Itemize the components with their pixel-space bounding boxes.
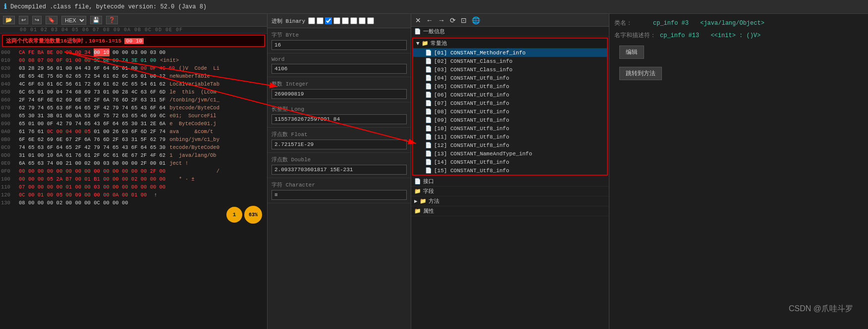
row-addr: 110 [1,183,19,191]
toolbar-back-btn[interactable]: ↩ [19,16,28,24]
goto-method-button[interactable]: 跳转到方法 [619,67,662,80]
tree-section-fields[interactable]: 📁 字段 [411,187,609,196]
binary-cb-5[interactable] [342,17,349,24]
row-ascii: / [165,167,219,175]
tree-item-09[interactable]: 📄 [09] CONSTANT_Utf8_info [413,116,607,124]
tree-item-14[interactable]: 📄 [14] CONSTANT_Utf8_info [413,158,607,166]
row-bytes: 00 08 07 00 0F 01 00 00 [19,56,94,64]
hex-bytes-header: 00 01 02 03 04 05 06 07 08 09 0A 0B 0C 0… [20,27,201,33]
converter-binary-header: 进制 Binary [268,14,411,28]
tree-content[interactable]: 📄 一般信息 ▼ 📁 常量池 📄 [01] CONSTANT_Methodref… [411,27,609,329]
tree-section-constant-pool[interactable]: ▼ 📁 常量池 [413,39,607,48]
row-ascii: ava &com/t [165,128,213,136]
row-addr: 080 [1,112,19,120]
row-ascii: bytecode/ByteCod [165,104,219,112]
toolbar-bookmark-btn[interactable]: 🔖 [46,16,57,24]
row-bytes-red: 00 0F 4C 69 [141,64,175,72]
row-addr: 0E0 [1,159,19,167]
tree-item-12[interactable]: 📄 [12] CONSTANT_Utf8_info [413,141,607,149]
row-bytes: 03 28 29 56 01 00 04 43 6F 64 65 01 00 [19,64,141,72]
binary-cb-7[interactable] [359,17,366,24]
table-row: 090 65 01 00 0F 42 79 74 65 43 6F 64 65 … [1,120,266,128]
tree-item-04[interactable]: 📄 [04] CONSTANT_Utf8_info [413,74,607,82]
converter-panel: 进制 Binary 字节 BYte Word 整数 Integer [268,14,411,329]
tree-item-07[interactable]: 📄 [07] CONSTANT_Utf8_info [413,99,607,107]
toolbar-forward-btn[interactable]: ↪ [32,16,42,24]
char-input[interactable] [271,190,407,200]
tree-item-03[interactable]: 📄 [03] CONSTANT_Class_info [413,65,607,74]
toolbar-open-btn[interactable]: 📂 [3,16,15,24]
tree-section-interface[interactable]: 📄 接口 [411,177,609,187]
methods-label: 方法 [429,197,439,205]
tree-close-btn[interactable]: ✕ [414,16,422,24]
tree-item-01[interactable]: 📄 [01] CONSTANT_Methodref_info [413,48,607,57]
item-10-label: [10] CONSTANT_Utf8_info [434,126,509,132]
progress-1: 1 [233,212,236,218]
fields-label: 字段 [423,188,434,195]
edit-button[interactable]: 编辑 [619,46,644,59]
toolbar-save-btn[interactable]: 💾 [90,16,102,24]
tree-item-02[interactable]: 📄 [02] CONSTANT_Class_info [413,57,607,65]
row-bytes: 65 01 00 0F 42 79 74 65 43 6F 64 65 30 3… [19,120,165,128]
float-label: 浮点数 Float [271,131,407,138]
item-06-label: [06] CONSTANT_Utf8_info [434,92,509,98]
class-name-sep [693,20,696,27]
tree-globe-btn[interactable]: 🌐 [471,16,481,24]
float-input[interactable] [271,140,407,149]
tree-split-btn[interactable]: ⊡ [460,16,468,24]
item-09-label: [09] CONSTANT_Utf8_info [434,117,509,123]
interface-label: 接口 [423,178,434,185]
integer-input[interactable] [271,89,407,99]
tree-item-10[interactable]: 📄 [10] CONSTANT_Utf8_info [413,124,607,133]
tree-refresh-btn[interactable]: ⟳ [449,16,457,24]
word-input[interactable] [271,64,407,74]
tree-section-general-info[interactable]: 📄 一般信息 [411,27,609,37]
progress-area: 1 63% [0,207,267,222]
binary-cb-3[interactable] [325,17,332,24]
converter-char-section: 字符 Character [268,178,411,203]
item-01-label: [01] CONSTANT_Methodref_info [434,50,526,56]
hex-scroll-area[interactable]: 000 CA FE BA BE 00 00 00 34 00 10 00 00 … [0,48,267,329]
double-input[interactable] [271,165,407,175]
row-bytes: 6C 65 01 00 04 74 68 69 73 01 00 28 4C 6… [19,88,165,96]
tree-item-13[interactable]: 📄 [13] CONSTANT_NameAndType_info [413,149,607,158]
class-name-value: <java/lang/Object> [700,20,764,27]
binary-cb-8[interactable] [367,17,374,24]
byte-input[interactable] [271,40,407,50]
tree-back-btn[interactable]: ← [425,16,434,24]
tree-forward-btn[interactable]: → [437,16,446,24]
binary-cb-2[interactable] [317,17,324,24]
tree-section-methods[interactable]: ▶ 📁 方法 [411,196,609,206]
toolbar-help-btn[interactable]: ❓ [106,16,118,24]
hex-mode-dropdown[interactable]: HEX DEC OCT [61,16,86,25]
binary-cb-6[interactable] [350,17,357,24]
binary-checkboxes [308,16,374,26]
tree-item-08[interactable]: 📄 [08] CONSTANT_Utf8_info [413,107,607,116]
integer-label: 整数 Integer [271,80,407,88]
interface-icon: 📄 [414,178,421,185]
row-bytes: 6F 6E 62 69 6E 67 2F 6A 76 6D 2F 63 31 5… [19,136,165,143]
attributes-icon: 📁 [414,208,421,214]
table-row: 020 03 28 29 56 01 00 04 43 6F 64 65 01 … [1,64,266,72]
tree-item-05[interactable]: 📄 [05] CONSTANT_Utf8_info [413,82,607,91]
binary-cb-4[interactable] [333,17,340,24]
constant-pool-section: ▼ 📁 常量池 📄 [01] CONSTANT_Methodref_info 📄… [412,38,608,176]
row-bytes2: 01 00 26 63 6F 6D 2F 74 [91,128,165,136]
row-ascii: onbing/jvm/c1_by [165,136,219,143]
row-bytes-highlight: 00 10 [94,48,109,56]
row-bytes: 4C 6F 63 61 6C 56 61 72 69 61 62 6C 65 5… [19,80,165,88]
row-addr: 070 [1,104,19,112]
watermark: CSDN @爪哇斗罗 [789,304,853,314]
row-addr: 040 [1,80,19,88]
constant-pool-arrow: ▼ [416,41,420,47]
long-input[interactable] [271,114,407,124]
tree-section-attributes[interactable]: 📁 属性 [411,206,609,216]
row-addr: 0C0 [1,143,19,151]
binary-cb-1[interactable] [308,17,315,24]
tree-item-15[interactable]: 📄 [15] CONSTANT_Utf8_info [413,166,607,175]
item-11-label: [11] CONSTANT_Utf8_info [434,134,509,140]
row-ascii [165,48,169,56]
tree-item-06[interactable]: 📄 [06] CONSTANT_Utf8_info [413,91,607,99]
tree-item-11[interactable]: 📄 [11] CONSTANT_Utf8_info [413,133,607,141]
class-name-index: cp_info #3 [653,20,689,27]
